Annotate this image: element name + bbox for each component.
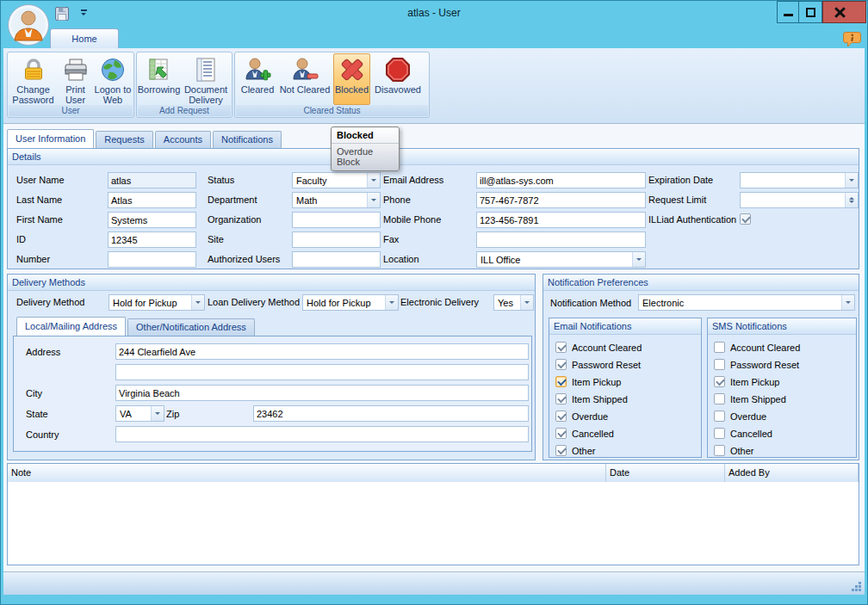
close-button[interactable]: [822, 1, 866, 23]
organization-field[interactable]: [292, 212, 381, 228]
zip-field[interactable]: 23462: [253, 405, 529, 422]
titlebar[interactable]: atlas - User: [0, 0, 868, 26]
chevron-down-icon[interactable]: [845, 173, 858, 188]
expiration-date-combo[interactable]: [740, 172, 859, 188]
ribbon-button-change-password[interactable]: Change Password: [9, 53, 59, 105]
sms-checkbox-password-reset[interactable]: [714, 359, 725, 370]
location-combo[interactable]: ILL Office: [476, 251, 646, 268]
help-button[interactable]: [843, 31, 862, 48]
chevron-down-icon[interactable]: [520, 295, 533, 310]
last-name-field[interactable]: Atlas: [108, 192, 196, 208]
ribbon-button-document-delivery[interactable]: Document Delivery: [181, 53, 232, 105]
spin-down-icon[interactable]: [849, 201, 854, 206]
tab-requests[interactable]: Requests: [96, 131, 152, 148]
notes-column-added-by[interactable]: Added By: [725, 464, 859, 482]
phone-field[interactable]: 757-467-7872: [476, 192, 646, 208]
chevron-down-icon[interactable]: [367, 173, 380, 188]
ribbon-button-logon-to-web[interactable]: Logon to Web: [93, 53, 133, 105]
tab-user-information[interactable]: User Information: [7, 129, 94, 148]
email-item-cancelled: Cancelled: [549, 425, 701, 442]
tab-accounts[interactable]: Accounts: [155, 131, 211, 148]
email-checkbox-cancelled[interactable]: [555, 428, 567, 439]
fax-field[interactable]: [476, 232, 646, 248]
electronic-delivery-label: Electronic Delivery: [400, 297, 479, 307]
ribbon-button-disavowed[interactable]: Disavowed: [370, 53, 425, 105]
electronic-delivery-combo[interactable]: Yes: [493, 294, 534, 311]
notes-table-header: NoteDateAdded By: [8, 464, 859, 482]
site-field[interactable]: [292, 232, 381, 248]
address-tab-other-notification-address[interactable]: Other/Notification Address: [127, 318, 255, 336]
user-name-label: User Name: [16, 175, 65, 185]
chevron-down-icon[interactable]: [632, 252, 645, 267]
number-field[interactable]: [108, 251, 196, 268]
maximize-button[interactable]: [799, 1, 822, 23]
ribbon-button-cleared[interactable]: Cleared: [239, 53, 276, 105]
delivery-method-combo[interactable]: Hold for Pickup: [108, 294, 205, 311]
id-field[interactable]: 12345: [108, 232, 196, 248]
illiad-authentication-checkbox[interactable]: [740, 213, 751, 225]
sms-checkbox-cancelled[interactable]: [714, 428, 725, 439]
notes-column-date[interactable]: Date: [606, 464, 725, 482]
minimize-button[interactable]: [777, 1, 799, 23]
notes-column-note[interactable]: Note: [8, 464, 606, 482]
email-checkbox-account-cleared[interactable]: [555, 342, 567, 353]
status-label: Status: [208, 175, 234, 185]
tooltip-title: Blocked: [332, 127, 399, 143]
mobile-phone-label: Mobile Phone: [383, 214, 441, 225]
site-label: Site: [208, 234, 224, 244]
tooltip: Blocked Overdue Block: [331, 127, 400, 171]
save-button[interactable]: [53, 6, 71, 22]
ribbon-button-borrowing[interactable]: Borrowing: [138, 53, 181, 105]
notification-method-combo[interactable]: Electronic: [638, 294, 855, 311]
resize-grip[interactable]: [859, 589, 861, 591]
avatar-icon: [7, 38, 50, 48]
tab-notifications[interactable]: Notifications: [213, 131, 282, 148]
email-checkbox-password-reset[interactable]: [555, 359, 567, 370]
email-checkbox-other[interactable]: [555, 445, 567, 456]
notes-table-body[interactable]: [9, 482, 858, 564]
block-x-icon: [338, 56, 366, 83]
notification-preferences-header: Notification Preferences: [543, 275, 859, 291]
address-tab-local-mailing-address[interactable]: Local/Mailing Address: [16, 317, 126, 336]
address-line1-field[interactable]: 244 Clearfield Ave: [115, 343, 529, 360]
loan-delivery-method-combo[interactable]: Hold for Pickup: [302, 294, 399, 311]
chevron-down-icon[interactable]: [151, 406, 164, 421]
first-name-field[interactable]: Systems: [108, 212, 196, 228]
user-remove-icon: [291, 56, 319, 83]
ribbon-button-not-cleared[interactable]: Not Cleared: [276, 53, 333, 105]
spin-up-icon[interactable]: [849, 194, 854, 200]
email-checkbox-overdue[interactable]: [555, 411, 567, 422]
chevron-down-icon[interactable]: [367, 193, 380, 207]
main-tabstrip: User InformationRequestsAccountsNotifica…: [7, 129, 283, 148]
ribbon-tab-home[interactable]: Home: [50, 28, 119, 48]
ribbon-button-print-user[interactable]: Print User: [59, 53, 93, 105]
chevron-down-icon[interactable]: [385, 295, 398, 310]
application-button[interactable]: [7, 3, 50, 46]
email-checkbox-item-pickup[interactable]: [555, 376, 567, 387]
sms-checkbox-other[interactable]: [714, 445, 725, 456]
city-field[interactable]: Virginia Beach: [115, 385, 529, 401]
department-combo[interactable]: Math: [292, 192, 381, 208]
address-line2-field[interactable]: [115, 364, 529, 380]
chevron-down-icon[interactable]: [841, 295, 854, 310]
sms-checkbox-item-pickup[interactable]: [714, 376, 725, 387]
email-checkbox-item-shipped[interactable]: [555, 393, 567, 404]
user-name-field[interactable]: atlas: [108, 172, 196, 188]
mobile-phone-field[interactable]: 123-456-7891: [476, 212, 646, 228]
authorized-users-field[interactable]: [292, 251, 381, 268]
chevron-down-icon[interactable]: [191, 295, 204, 310]
notification-preferences-panel: Notification Preferences Notification Me…: [542, 274, 859, 460]
status-combo[interactable]: Faculty: [292, 172, 381, 188]
sms-checkbox-account-cleared[interactable]: [714, 342, 725, 353]
sms-checkbox-overdue[interactable]: [714, 411, 725, 422]
state-combo[interactable]: VA: [115, 405, 164, 422]
email-address-field[interactable]: ill@atlas-sys.com: [476, 172, 646, 188]
quick-access-chevron-icon[interactable]: [80, 9, 88, 17]
country-field[interactable]: [115, 426, 529, 442]
status-value: Faculty: [296, 176, 366, 186]
spin-buttons[interactable]: [845, 193, 858, 207]
request-limit-spinner[interactable]: [740, 192, 859, 208]
location-value: ILL Office: [480, 255, 631, 265]
sms-checkbox-item-shipped[interactable]: [714, 393, 725, 404]
ribbon-button-blocked[interactable]: Blocked: [333, 53, 370, 105]
